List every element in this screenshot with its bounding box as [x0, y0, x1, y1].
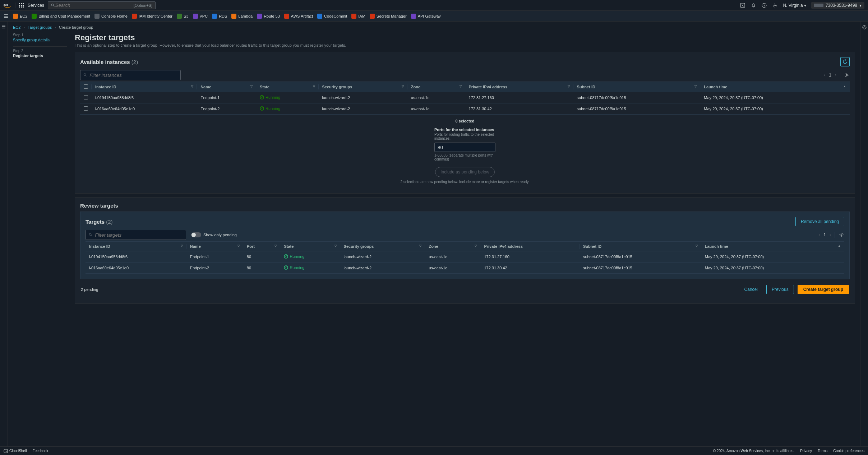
- remove-all-pending-button[interactable]: Remove all pending: [795, 217, 844, 226]
- fav-iam-identity[interactable]: IAM Identity Center: [132, 14, 172, 19]
- fav-lambda[interactable]: Lambda: [231, 14, 253, 19]
- show-only-pending-toggle[interactable]: Show only pending: [191, 232, 237, 237]
- search-hint: [Option+S]: [134, 3, 152, 8]
- pager-targets: ‹ 1 ›: [818, 232, 831, 237]
- col-launch[interactable]: Launch time▲: [701, 242, 844, 251]
- search-box[interactable]: [Option+S]: [48, 1, 156, 9]
- col-state[interactable]: State▽: [280, 242, 340, 251]
- col-ip[interactable]: Private IPv4 address: [480, 242, 579, 251]
- cloudshell-icon[interactable]: [740, 3, 745, 8]
- fav-rds[interactable]: RDS: [212, 14, 227, 19]
- breadcrumb-current: Create target group: [59, 25, 93, 29]
- col-name[interactable]: Name▽: [186, 242, 243, 251]
- create-target-group-button[interactable]: Create target group: [798, 285, 849, 294]
- services-grid-icon[interactable]: [19, 3, 24, 8]
- row-checkbox[interactable]: [84, 106, 88, 111]
- svg-line-11: [53, 5, 54, 6]
- col-zone[interactable]: Zone▽: [425, 242, 480, 251]
- col-ip[interactable]: Private IPv4 address▽: [465, 82, 573, 92]
- fav-s3[interactable]: S3: [177, 14, 188, 19]
- account-menu[interactable]: 7303-3531-9498 ▾: [811, 2, 864, 9]
- step-2: Step 2 Register targets: [13, 49, 67, 58]
- breadcrumb: EC2 › Target groups › Create target grou…: [13, 25, 855, 29]
- col-subnet[interactable]: Subnet ID▽: [573, 82, 701, 92]
- col-instance-id[interactable]: Instance ID▽: [92, 82, 197, 92]
- terms-link[interactable]: Terms: [818, 449, 827, 453]
- col-state[interactable]: State▽: [256, 82, 318, 92]
- col-instance-id[interactable]: Instance ID▽: [86, 242, 186, 251]
- filter-targets[interactable]: [86, 230, 186, 240]
- ports-input[interactable]: [434, 143, 495, 152]
- rail-menu-icon[interactable]: [1, 24, 6, 29]
- table-settings-icon[interactable]: [844, 72, 850, 78]
- fav-secrets[interactable]: Secrets Manager: [370, 14, 407, 19]
- cloudshell-icon: [4, 449, 8, 453]
- fav-apigw[interactable]: API Gateway: [411, 14, 441, 19]
- aws-logo[interactable]: aws: [4, 3, 11, 8]
- feedback-link[interactable]: Feedback: [32, 449, 48, 453]
- fav-console-home[interactable]: Console Home: [94, 14, 128, 19]
- col-zone[interactable]: Zone▽: [407, 82, 465, 92]
- filter-instances-input[interactable]: [89, 73, 177, 78]
- region-selector[interactable]: N. Virginia ▾: [783, 3, 806, 8]
- svg-rect-2: [21, 3, 22, 4]
- breadcrumb-ec2[interactable]: EC2: [13, 25, 20, 29]
- search-icon: [51, 3, 55, 8]
- svg-text:?: ?: [763, 4, 765, 7]
- svg-rect-4: [19, 5, 20, 6]
- copyright: © 2024, Amazon Web Services, Inc. or its…: [713, 449, 795, 453]
- row-checkbox[interactable]: [84, 95, 88, 99]
- prev-page-icon[interactable]: ‹: [824, 73, 825, 78]
- col-launch[interactable]: Launch time▲: [700, 82, 850, 92]
- fav-vpc[interactable]: VPC: [193, 14, 208, 19]
- next-page-icon[interactable]: ›: [835, 73, 836, 78]
- svg-rect-5: [21, 5, 22, 6]
- fav-artifact[interactable]: AWS Artifact: [284, 14, 313, 19]
- step-1[interactable]: Step 1 Specify group details: [13, 33, 67, 42]
- privacy-link[interactable]: Privacy: [800, 449, 812, 453]
- cancel-button[interactable]: Cancel: [739, 285, 763, 294]
- table-row[interactable]: i-016aa69e64d05e1e0 Endpoint-2 80 Runnin…: [86, 263, 844, 274]
- next-page-icon[interactable]: ›: [830, 232, 831, 237]
- fav-billing[interactable]: Billing and Cost Management: [32, 14, 90, 19]
- cloudshell-link[interactable]: CloudShell: [4, 449, 27, 453]
- fav-route53[interactable]: Route 53: [257, 14, 280, 19]
- col-name[interactable]: Name▽: [197, 82, 256, 92]
- help-icon[interactable]: ?: [761, 3, 767, 8]
- previous-button[interactable]: Previous: [766, 285, 794, 294]
- footer-bar: CloudShell Feedback © 2024, Amazon Web S…: [0, 446, 868, 455]
- refresh-button[interactable]: [840, 57, 850, 66]
- favorites-bar: EC2 Billing and Cost Management Console …: [0, 11, 868, 22]
- table-row[interactable]: i-0194150aa958dd8f6 Endpoint-1 Running l…: [80, 92, 850, 103]
- help-panel-icon[interactable]: [862, 24, 867, 30]
- services-label[interactable]: Services: [28, 3, 44, 8]
- fav-ec2[interactable]: EC2: [13, 14, 27, 19]
- table-settings-icon[interactable]: [839, 232, 844, 238]
- col-port[interactable]: Port▽: [243, 242, 281, 251]
- svg-rect-9: [23, 6, 24, 8]
- fav-iam[interactable]: IAM: [351, 14, 365, 19]
- svg-rect-30: [4, 449, 8, 453]
- status-ok-icon: [260, 106, 264, 111]
- svg-rect-6: [23, 5, 24, 6]
- ports-hint: 1-65535 (separate multiple ports with co…: [434, 153, 495, 161]
- prev-page-icon[interactable]: ‹: [818, 232, 820, 237]
- settings-icon[interactable]: [772, 3, 778, 8]
- filter-instances[interactable]: [80, 70, 181, 80]
- table-row[interactable]: i-016aa69e64d05e1e0 Endpoint-2 Running l…: [80, 103, 850, 115]
- col-select-all[interactable]: [80, 82, 92, 92]
- available-instances-table: Instance ID▽ Name▽ State▽ Security group…: [80, 82, 850, 115]
- breadcrumb-target-groups[interactable]: Target groups: [28, 25, 52, 29]
- filter-targets-input[interactable]: [95, 232, 183, 238]
- svg-point-15: [774, 5, 776, 6]
- col-sg[interactable]: Security groups▽: [340, 242, 425, 251]
- fav-codecommit[interactable]: CodeCommit: [317, 14, 347, 19]
- include-pending-button[interactable]: Include as pending below: [435, 167, 494, 177]
- page-desc: This is an optional step to create a tar…: [75, 43, 855, 47]
- cookie-link[interactable]: Cookie preferences: [833, 449, 864, 453]
- menu-icon[interactable]: [4, 14, 9, 19]
- notifications-icon[interactable]: [751, 3, 756, 8]
- table-row[interactable]: i-0194150aa958dd8f6 Endpoint-1 80 Runnin…: [86, 251, 844, 263]
- col-subnet[interactable]: Subnet ID▽: [580, 242, 701, 251]
- col-sg[interactable]: Security groups▽: [319, 82, 407, 92]
